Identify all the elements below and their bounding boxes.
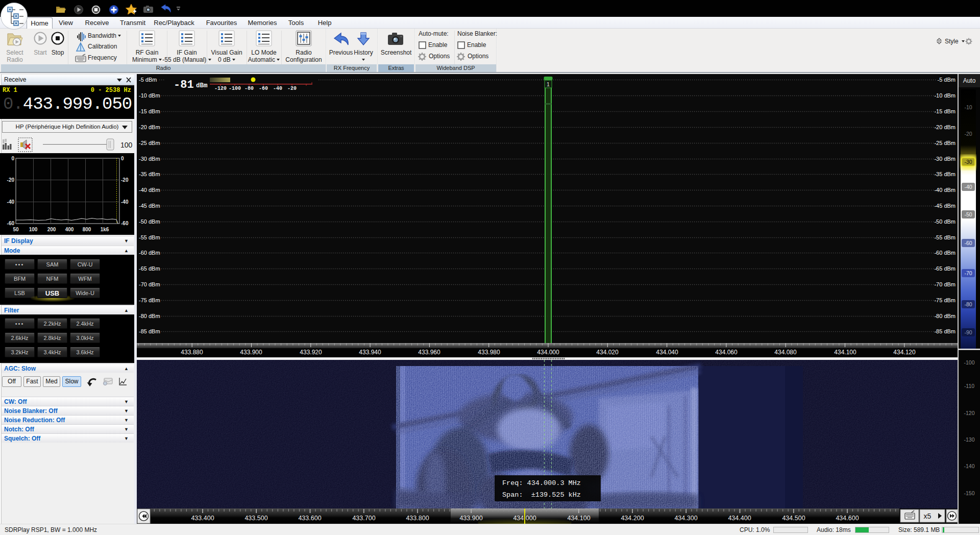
svg-text:-130: -130	[964, 436, 974, 443]
svg-text:-45 dBm: -45 dBm	[934, 203, 955, 209]
svg-text:-20: -20	[287, 86, 297, 91]
svg-text:-25 dBm: -25 dBm	[934, 140, 955, 146]
svg-text:433.800: 433.800	[406, 515, 429, 522]
svg-text:-60: -60	[964, 240, 972, 246]
svg-text:-20 dBm: -20 dBm	[934, 124, 955, 130]
svg-text:-55 dBm: -55 dBm	[934, 234, 955, 240]
svg-text:-65 dBm: -65 dBm	[139, 265, 160, 272]
svg-text:-120: -120	[214, 86, 227, 91]
svg-text:-120: -120	[964, 410, 974, 416]
svg-text:-30 dBm: -30 dBm	[934, 156, 955, 162]
svg-text:-20: -20	[964, 131, 972, 137]
svg-text:400: 400	[65, 227, 74, 232]
svg-text:Auto: Auto	[963, 77, 976, 84]
svg-text:-20 dBm: -20 dBm	[139, 124, 160, 130]
svg-text:50: 50	[13, 227, 19, 232]
svg-text:-140: -140	[964, 463, 974, 469]
svg-text:-60: -60	[7, 221, 15, 226]
svg-text:800: 800	[83, 227, 91, 232]
svg-text:-100: -100	[229, 86, 241, 91]
svg-text:-80 dBm: -80 dBm	[139, 313, 160, 319]
svg-text:-20: -20	[121, 177, 129, 183]
svg-text:433.900: 433.900	[459, 515, 482, 522]
svg-text:-80: -80	[244, 86, 254, 91]
svg-text:-5 dBm: -5 dBm	[139, 77, 157, 83]
svg-text:-70: -70	[964, 270, 972, 276]
svg-text:-40 dBm: -40 dBm	[934, 187, 955, 193]
svg-text:-5 dBm: -5 dBm	[938, 77, 955, 83]
svg-text:433.700: 433.700	[352, 515, 375, 522]
svg-text:-50 dBm: -50 dBm	[934, 218, 955, 225]
svg-text:-75 dBm: -75 dBm	[139, 297, 160, 303]
svg-text:-40: -40	[7, 199, 15, 205]
svg-text:-10 dBm: -10 dBm	[934, 92, 955, 99]
svg-text:Span: ±139.525 kHz: Span: ±139.525 kHz	[502, 491, 581, 499]
svg-text:200: 200	[47, 227, 56, 232]
svg-text:-10 dBm: -10 dBm	[139, 92, 160, 99]
svg-text:-30: -30	[964, 159, 972, 165]
svg-text:-150: -150	[964, 490, 974, 496]
svg-text:-35 dBm: -35 dBm	[934, 171, 955, 177]
svg-text:-110: -110	[964, 383, 974, 389]
svg-text:-45 dBm: -45 dBm	[139, 203, 160, 209]
svg-text:433.600: 433.600	[298, 515, 321, 522]
svg-text:-81: -81	[174, 79, 194, 91]
svg-text:433.400: 433.400	[191, 515, 214, 522]
svg-text:Freq: 434.000.3 MHz: Freq: 434.000.3 MHz	[502, 479, 581, 487]
svg-text:-70 dBm: -70 dBm	[934, 281, 955, 287]
svg-text:x5: x5	[924, 512, 932, 520]
svg-text:1k6: 1k6	[101, 227, 109, 232]
svg-text:-90: -90	[964, 329, 972, 335]
svg-text:-100: -100	[964, 359, 974, 366]
svg-text:-80 dBm: -80 dBm	[934, 313, 955, 319]
svg-text:-75 dBm: -75 dBm	[934, 297, 955, 303]
svg-text:-40: -40	[273, 86, 282, 91]
svg-text:434.300: 434.300	[674, 515, 697, 522]
svg-text:-35 dBm: -35 dBm	[139, 171, 160, 177]
svg-text:434.400: 434.400	[728, 515, 751, 522]
svg-text:-15 dBm: -15 dBm	[934, 108, 955, 114]
svg-text:434.600: 434.600	[836, 515, 859, 522]
svg-text:-15 dBm: -15 dBm	[139, 108, 160, 114]
svg-text:-70 dBm: -70 dBm	[139, 281, 160, 287]
svg-text:1: 1	[547, 81, 550, 87]
svg-text:434.200: 434.200	[621, 515, 644, 522]
svg-text:-55 dBm: -55 dBm	[139, 234, 160, 240]
svg-text:434.500: 434.500	[782, 515, 805, 522]
svg-text:dBm: dBm	[196, 82, 208, 89]
svg-text:-20: -20	[7, 177, 15, 183]
svg-text:-40: -40	[121, 199, 129, 205]
svg-text:0: 0	[121, 156, 124, 161]
svg-text:0: 0	[11, 156, 14, 161]
svg-text:-50: -50	[964, 211, 972, 217]
svg-text:433.500: 433.500	[244, 515, 267, 522]
svg-text:-40: -40	[964, 184, 972, 190]
svg-text:-60: -60	[121, 221, 129, 226]
svg-text:100: 100	[120, 141, 133, 149]
svg-text:-60 dBm: -60 dBm	[139, 250, 160, 256]
svg-text:-65 dBm: -65 dBm	[934, 265, 955, 272]
svg-text:-25 dBm: -25 dBm	[139, 140, 160, 146]
svg-text:-60 dBm: -60 dBm	[934, 250, 955, 256]
svg-text:-60: -60	[259, 86, 268, 91]
svg-text:-40 dBm: -40 dBm	[139, 187, 160, 193]
svg-text:100: 100	[29, 227, 38, 232]
svg-text:-85 dBm: -85 dBm	[934, 328, 955, 334]
svg-text:-10: -10	[964, 104, 972, 110]
svg-text:-50 dBm: -50 dBm	[139, 218, 160, 225]
svg-text:434.100: 434.100	[567, 515, 590, 522]
svg-text:-30 dBm: -30 dBm	[139, 156, 160, 162]
svg-text:-85 dBm: -85 dBm	[139, 328, 160, 334]
svg-text:-80: -80	[964, 301, 972, 307]
